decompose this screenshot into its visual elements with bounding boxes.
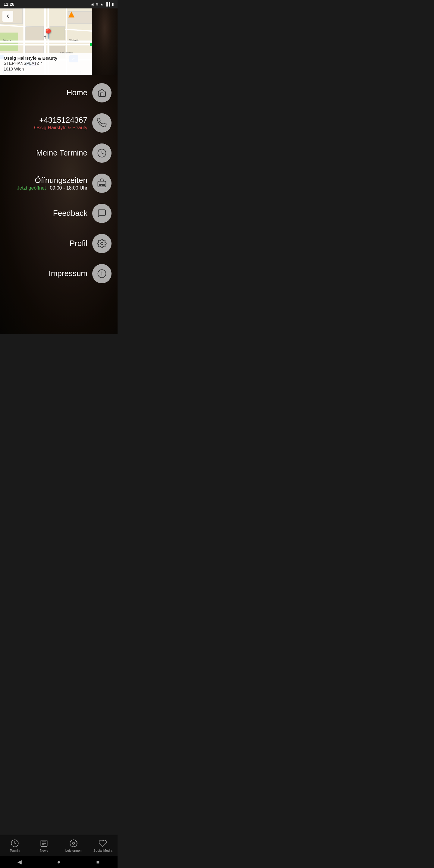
signal-icon: ▐▐: [105, 2, 110, 6]
menu-item-impressum[interactable]: Impressum: [0, 258, 118, 289]
map-info-box: Ossig Hairstyle & Beauty STEPHANSPLATZ 4…: [0, 53, 92, 75]
menu-sublabel-oeffnungszeiten: Jetzt geöffnet 09:00 - 18:00 Uhr: [6, 185, 87, 191]
home-icon-circle: [92, 83, 112, 102]
status-bar: 11:28 ▣ ⊕ ▲ ▐▐ ▮: [0, 0, 118, 8]
menu-item-home-content: Home: [6, 88, 87, 97]
map-address-line1: STEPHANSPLATZ 4: [4, 61, 88, 67]
menu-label-termine: Meine Termine: [6, 148, 87, 158]
menu-item-phone-content: +4315124367 Ossig Hairstyle & Beauty: [6, 116, 87, 130]
sim-icon: ▣: [91, 2, 94, 6]
wifi-icon: ▲: [100, 2, 104, 6]
menu-item-oeffnungszeiten-content: Öffnungszeiten Jetzt geöffnet 09:00 - 18…: [6, 176, 87, 190]
menu-label-phone: +4315124367: [6, 116, 87, 125]
svg-point-35: [101, 242, 103, 245]
menu-label-impressum: Impressum: [6, 269, 87, 278]
menu-item-feedback[interactable]: Feedback: [0, 198, 118, 228]
open-sign-icon: OPEN: [97, 179, 107, 188]
menu-item-oeffnungszeiten[interactable]: Öffnungszeiten Jetzt geöffnet 09:00 - 18…: [0, 168, 118, 198]
top-row: Wollzeile Schulerstraße Bäckerst U M ✝ ↗…: [0, 8, 118, 75]
menu-item-termine-content: Meine Termine: [6, 148, 87, 158]
menu-item-termine[interactable]: Meine Termine: [0, 138, 118, 168]
menu-item-feedback-content: Feedback: [6, 209, 87, 218]
menu-item-phone[interactable]: +4315124367 Ossig Hairstyle & Beauty: [0, 108, 118, 138]
back-button[interactable]: [2, 11, 13, 22]
chat-icon-circle: [92, 204, 112, 223]
oeffnungszeiten-green-text: Jetzt geöffnet: [17, 185, 46, 190]
menu-item-profil-content: Profil: [6, 239, 87, 248]
phone-icon: [97, 118, 107, 128]
menu-item-profil[interactable]: Profil: [0, 228, 118, 258]
menu-list: Home +4315124367 Ossig Hairstyle & Beaut…: [0, 75, 118, 322]
svg-text:OPEN: OPEN: [99, 184, 105, 186]
menu-label-feedback: Feedback: [6, 209, 87, 218]
clock-icon: [97, 148, 107, 158]
right-panel-bg: [92, 8, 118, 75]
phone-icon-circle: [92, 113, 112, 133]
svg-rect-26: [90, 43, 92, 46]
menu-item-impressum-content: Impressum: [6, 269, 87, 278]
oeffnungszeiten-white-text: 09:00 - 18:00 Uhr: [47, 185, 87, 190]
status-icons: ▣ ⊕ ▲ ▐▐ ▮: [91, 2, 114, 6]
menu-label-oeffnungszeiten: Öffnungszeiten: [6, 176, 87, 185]
svg-point-39: [101, 272, 102, 272]
menu-sublabel-phone: Ossig Hairstyle & Beauty: [6, 125, 87, 130]
menu-label-home: Home: [6, 88, 87, 97]
map-pin: 📍: [42, 28, 54, 39]
status-time: 11:28: [4, 2, 14, 7]
chat-icon: [97, 209, 107, 218]
gear-icon: [97, 239, 107, 248]
info-icon: [97, 269, 107, 278]
menu-item-home[interactable]: Home: [0, 78, 118, 108]
map-business-name: Ossig Hairstyle & Beauty: [4, 56, 88, 61]
menu-label-profil: Profil: [6, 239, 87, 248]
info-icon-circle: [92, 264, 112, 283]
open-sign-icon-circle: OPEN: [92, 174, 112, 193]
map-address-line2: 1010 Wien: [4, 66, 88, 72]
clock-icon-circle: [92, 144, 112, 163]
svg-text:Wollzeile: Wollzeile: [69, 39, 79, 41]
at-icon: ⊕: [96, 2, 98, 6]
map-container[interactable]: Wollzeile Schulerstraße Bäckerst U M ✝ ↗…: [0, 8, 92, 75]
scroll-spacer: [0, 289, 118, 319]
svg-rect-10: [26, 27, 44, 40]
svg-text:Bäckerst: Bäckerst: [3, 39, 11, 41]
battery-icon: ▮: [112, 2, 114, 6]
gear-icon-circle: [92, 234, 112, 253]
main-content: Home +4315124367 Ossig Hairstyle & Beaut…: [0, 75, 118, 334]
home-icon: [97, 88, 107, 98]
